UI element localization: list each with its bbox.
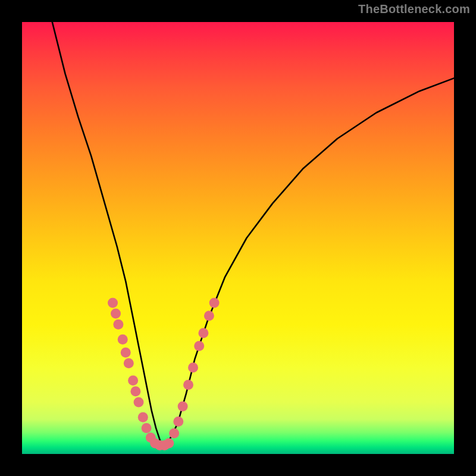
marker-dot <box>198 328 208 338</box>
marker-dot <box>142 423 152 433</box>
marker-dot <box>173 416 183 427</box>
marker-dot <box>194 341 204 351</box>
bottleneck-curve <box>52 22 454 446</box>
marker-dot <box>178 402 188 412</box>
marker-dot <box>108 298 118 308</box>
marker-dot <box>124 358 134 368</box>
plot-area <box>22 22 454 454</box>
marker-dot <box>204 311 214 321</box>
marker-dot <box>113 320 123 330</box>
chart-frame: TheBottleneck.com <box>0 0 476 476</box>
marker-dot <box>121 347 131 358</box>
marker-dot <box>164 438 174 448</box>
marker-dot <box>134 397 144 407</box>
marker-dot <box>169 428 179 439</box>
watermark-text: TheBottleneck.com <box>358 2 470 16</box>
marker-dot <box>130 386 140 396</box>
chart-overlay <box>22 22 454 454</box>
marker-dot <box>183 380 193 390</box>
marker-dot <box>128 375 138 386</box>
marker-dot <box>188 362 198 372</box>
marker-dot <box>111 309 121 319</box>
marker-dot <box>138 412 148 422</box>
marker-dot <box>118 334 128 345</box>
marker-dots <box>108 298 220 450</box>
marker-dot <box>209 298 220 308</box>
